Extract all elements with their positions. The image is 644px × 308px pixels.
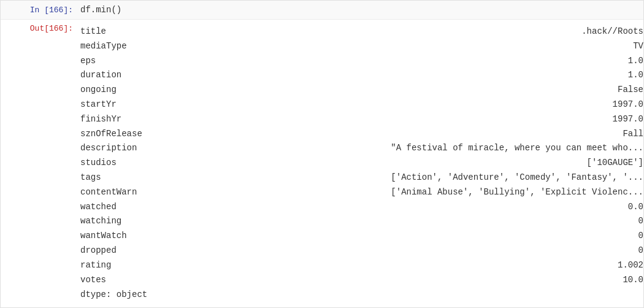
field-value: ['Action', 'Adventure', 'Comedy', 'Fanta…: [203, 171, 643, 185]
table-row: watching0: [80, 214, 643, 229]
table-row: mediaTypeTV: [80, 39, 643, 54]
field-name: startYr: [80, 98, 203, 112]
output-label: Out[166]:: [1, 23, 80, 33]
dtype-line: dtype: object: [80, 290, 643, 299]
table-row: eps1.0: [80, 54, 643, 69]
field-name: mediaType: [80, 39, 203, 54]
field-name: eps: [80, 54, 203, 69]
field-value: 1.0: [203, 68, 643, 83]
table-row: watched0.0: [80, 200, 643, 215]
field-value: 10.0: [203, 273, 643, 288]
field-name: wantWatch: [80, 229, 203, 244]
field-value: "A festival of miracle, where you can me…: [203, 141, 643, 156]
field-value: 0: [203, 244, 643, 258]
table-row: finishYr1997.0: [80, 112, 643, 127]
table-row: startYr1997.0: [80, 98, 643, 112]
input-code[interactable]: df.min(): [80, 4, 121, 16]
table-row: dropped0: [80, 244, 643, 258]
field-name: tags: [80, 171, 203, 185]
field-value: 1.002: [203, 258, 643, 273]
table-row: duration1.0: [80, 68, 643, 83]
output-row: Out[166]: title.hack//RootsmediaTypeTVep…: [1, 20, 643, 303]
field-value: .hack//Roots: [203, 25, 643, 39]
field-value: 0: [203, 229, 643, 244]
field-name: finishYr: [80, 112, 203, 127]
field-value: TV: [203, 39, 643, 54]
output-content: title.hack//RootsmediaTypeTVeps1.0durati…: [80, 23, 643, 299]
field-value: False: [203, 83, 643, 98]
field-name: watched: [80, 200, 203, 215]
field-name: duration: [80, 68, 203, 83]
field-name: ongoing: [80, 83, 203, 98]
table-row: ongoingFalse: [80, 83, 643, 98]
input-row: In [166]: df.min(): [1, 1, 643, 20]
field-name: contentWarn: [80, 185, 203, 200]
field-name: votes: [80, 273, 203, 288]
field-name: sznOfRelease: [80, 127, 203, 142]
table-row: description"A festival of miracle, where…: [80, 141, 643, 156]
field-value: 0.0: [203, 200, 643, 215]
table-row: title.hack//Roots: [80, 25, 643, 39]
notebook-cell: In [166]: df.min() Out[166]: title.hack/…: [0, 0, 644, 308]
table-row: tags['Action', 'Adventure', 'Comedy', 'F…: [80, 171, 643, 185]
table-row: studios['10GAUGE']: [80, 156, 643, 171]
field-name: dropped: [80, 244, 203, 258]
field-value: ['Animal Abuse', 'Bullying', 'Explicit V…: [203, 185, 643, 200]
field-name: watching: [80, 214, 203, 229]
table-row: rating1.002: [80, 258, 643, 273]
input-label: In [166]:: [1, 5, 80, 15]
field-value: 1997.0: [203, 98, 643, 112]
field-name: title: [80, 25, 203, 39]
field-name: description: [80, 141, 203, 156]
field-value: 0: [203, 214, 643, 229]
field-value: ['10GAUGE']: [203, 156, 643, 171]
field-value: 1.0: [203, 54, 643, 69]
field-name: studios: [80, 156, 203, 171]
table-row: sznOfReleaseFall: [80, 127, 643, 142]
table-row: wantWatch0: [80, 229, 643, 244]
table-row: contentWarn['Animal Abuse', 'Bullying', …: [80, 185, 643, 200]
field-name: rating: [80, 258, 203, 273]
table-row: votes10.0: [80, 273, 643, 288]
field-value: 1997.0: [203, 112, 643, 127]
field-value: Fall: [203, 127, 643, 142]
